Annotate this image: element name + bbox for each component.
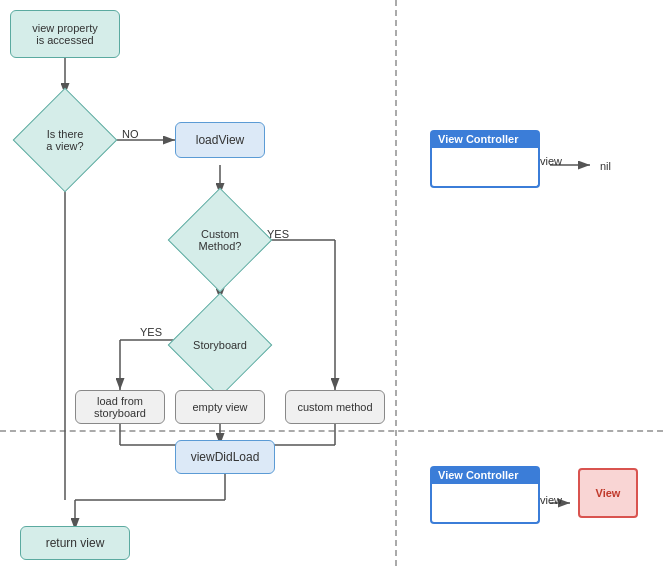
vc-top-view-label: view [540,155,562,167]
vertical-divider [395,0,397,566]
vc-bottom-box: View Controller [430,466,540,524]
view-box-red: View [578,468,638,518]
vc-top-nil-label: nil [600,160,611,172]
vc-top-body [430,148,540,188]
vc-bottom-header: View Controller [430,466,540,484]
load-view-node: loadView [175,122,265,158]
horizontal-divider [0,430,663,432]
vc-top-header: View Controller [430,130,540,148]
load-from-storyboard-node: load from storyboard [75,390,165,424]
view-did-load-node: viewDidLoad [175,440,275,474]
storyboard-diamond: Storyboard [175,300,265,390]
is-there-view-diamond: Is there a view? [20,95,110,185]
empty-view-node: empty view [175,390,265,424]
vc-bottom-body [430,484,540,524]
view-accessed-node: view property is accessed [10,10,120,58]
yes-label-storyboard: YES [140,326,162,338]
arrows-svg [0,0,663,566]
vc-top-box: View Controller [430,130,540,188]
diagram-container: view property is accessed Is there a vie… [0,0,663,566]
return-view-node: return view [20,526,130,560]
yes-label-custom: YES [267,228,289,240]
vc-bottom-view-label: view [540,494,562,506]
custom-method-node: custom method [285,390,385,424]
custom-method-diamond: Custom Method? [175,195,265,285]
no-label: NO [122,128,139,140]
